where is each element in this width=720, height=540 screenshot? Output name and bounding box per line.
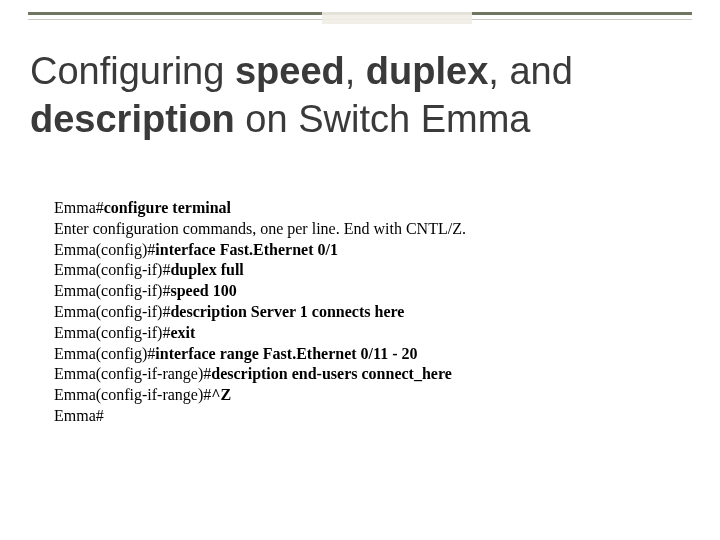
cli-command: interface Fast.Ethernet 0/1 (155, 241, 338, 258)
cli-command: interface range Fast.Ethernet 0/11 - 20 (155, 345, 417, 362)
cli-prompt: Emma# (54, 407, 104, 424)
cli-line: Emma(config-if)#duplex full (54, 260, 690, 281)
cli-prompt: Emma(config-if)# (54, 303, 170, 320)
cli-command: exit (170, 324, 195, 341)
cli-prompt: Emma(config-if)# (54, 282, 170, 299)
cli-line: Emma(config-if-range)#^Z (54, 385, 690, 406)
cli-prompt: Emma(config-if-range)# (54, 386, 211, 403)
cli-line: Enter configuration commands, one per li… (54, 219, 690, 240)
cli-command: description Server 1 connects here (170, 303, 404, 320)
cli-output: Enter configuration commands, one per li… (54, 220, 466, 237)
cli-prompt: Emma(config)# (54, 241, 155, 258)
cli-prompt: Emma(config-if)# (54, 261, 170, 278)
cli-line: Emma# (54, 406, 690, 427)
cli-command: ^Z (211, 386, 231, 403)
cli-line: Emma(config)#interface Fast.Ethernet 0/1 (54, 240, 690, 261)
title-text: on Switch Emma (235, 98, 531, 140)
cli-prompt: Emma(config-if)# (54, 324, 170, 341)
cli-command: description end-users connect_here (211, 365, 452, 382)
cli-command: speed 100 (170, 282, 236, 299)
cli-command: duplex full (170, 261, 243, 278)
title-bold-duplex: duplex (366, 50, 488, 92)
cli-block: Emma#configure terminal Enter configurat… (54, 198, 690, 427)
cli-line: Emma(config)#interface range Fast.Ethern… (54, 344, 690, 365)
cli-line: Emma#configure terminal (54, 198, 690, 219)
title-bold-speed: speed (235, 50, 345, 92)
cli-line: Emma(config-if-range)#description end-us… (54, 364, 690, 385)
cli-command: configure terminal (104, 199, 231, 216)
cli-line: Emma(config-if)#exit (54, 323, 690, 344)
cli-line: Emma(config-if)#speed 100 (54, 281, 690, 302)
slide-title: Configuring speed, duplex, and descripti… (30, 48, 690, 143)
cli-prompt: Emma# (54, 199, 104, 216)
rule-accent (322, 12, 472, 24)
title-bold-description: description (30, 98, 235, 140)
cli-prompt: Emma(config-if-range)# (54, 365, 211, 382)
slide: Configuring speed, duplex, and descripti… (0, 0, 720, 540)
cli-prompt: Emma(config)# (54, 345, 155, 362)
cli-line: Emma(config-if)#description Server 1 con… (54, 302, 690, 323)
title-rule (28, 12, 692, 20)
title-text: , (345, 50, 366, 92)
title-text: , and (488, 50, 573, 92)
title-text: Configuring (30, 50, 235, 92)
